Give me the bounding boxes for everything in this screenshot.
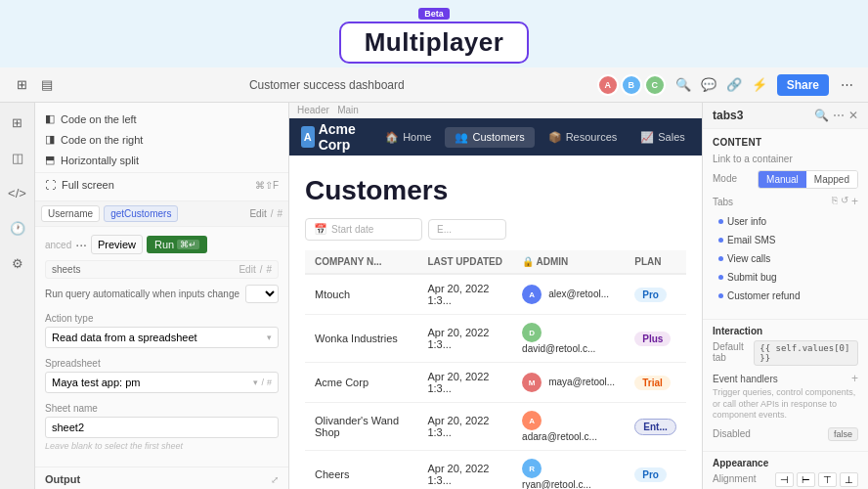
mode-manual[interactable]: Manual xyxy=(759,171,806,188)
query-section: anced ··· Preview Run ⌘↵ sheets Edit / # xyxy=(35,227,288,459)
layout-menu: ◧ Code on the left ◨ Code on the right ⬒… xyxy=(35,103,288,201)
logo-icon: A xyxy=(301,126,315,148)
user-avatars: A B C xyxy=(597,74,666,96)
customers-table-container: Company n... Last updated 🔒 Admin Plan M… xyxy=(305,250,686,489)
edit-btn[interactable]: Edit xyxy=(249,208,266,219)
code-left-item[interactable]: ◧ Code on the left xyxy=(35,109,288,129)
tab-list-item-4[interactable]: Customer refund xyxy=(713,287,858,305)
share-button[interactable]: Share xyxy=(777,74,829,96)
align-right-btn[interactable]: ⊢ xyxy=(797,472,815,487)
customer-row[interactable]: Acme Corp Apr 20, 2022 1:3... M maya@ret… xyxy=(305,363,686,403)
mode-toggle[interactable]: Manual Mapped xyxy=(758,170,858,189)
auto-run-row: Run query automatically when inputs chan… xyxy=(45,285,279,303)
sheet-name-input[interactable]: sheet2 xyxy=(45,417,279,438)
code-right-item[interactable]: ◨ Code on the right xyxy=(35,129,288,150)
align-bottom-btn[interactable]: ⊥ xyxy=(840,472,858,487)
preview-frame[interactable]: A Acme Corp 🏠 Home 👥 Customers 📦 Resourc… xyxy=(289,118,702,489)
comment-icon[interactable]: 💬 xyxy=(699,75,718,95)
dots-button[interactable]: ··· xyxy=(75,237,87,252)
app-content-toolbar: 📅 Start date E... xyxy=(305,218,686,241)
tab-list-item-3[interactable]: Submit bug xyxy=(713,268,858,287)
edit-sheet-icon[interactable]: Edit xyxy=(239,264,255,275)
align-left-btn[interactable]: ⊣ xyxy=(775,472,794,487)
sidebar-icon-query[interactable]: ◫ xyxy=(6,146,29,169)
action-type-select[interactable]: Read data from a spreadsheet ▾ xyxy=(45,327,279,348)
link-container-field: Link to a container xyxy=(713,154,858,164)
search-right-icon[interactable]: 🔍 xyxy=(814,109,829,122)
link-icon[interactable]: 🔗 xyxy=(724,75,744,95)
fullscreen-item[interactable]: ⛶ Full screen ⌘⇧F xyxy=(35,175,288,195)
sidebar-icon-settings[interactable]: ⚙ xyxy=(6,251,29,275)
customer-row[interactable]: Cheers Apr 20, 2022 1:3... R ryan@retool… xyxy=(305,451,686,490)
sheet-name-group: Sheet name sheet2 Leave blank to select … xyxy=(45,403,279,451)
interaction-section: Interaction Default tab {{ self.values[0… xyxy=(703,320,868,452)
left-toolbar-icons: ⊞ ▤ xyxy=(12,75,57,95)
left-sidebar: ⊞ ◫ </> 🕐 ⚙ xyxy=(0,103,35,489)
more-icon[interactable]: ⋯ xyxy=(837,75,856,95)
sidebar-icon-clock[interactable]: 🕐 xyxy=(6,216,29,240)
window-title: Customer success dashboard xyxy=(65,78,589,92)
lightning-icon[interactable]: ⚡ xyxy=(750,75,769,95)
nav-item-home[interactable]: 🏠 Home xyxy=(375,127,441,148)
code-right-icon: ◨ xyxy=(45,133,55,146)
spreadsheet-group: Spreadsheet Maya test app: pm ▾ / # xyxy=(45,358,279,393)
history-icon[interactable]: ▤ xyxy=(37,75,57,95)
refresh-tab-icon[interactable]: ↺ xyxy=(841,195,848,208)
filter-input[interactable]: E... xyxy=(428,219,506,240)
mode-mapped[interactable]: Mapped xyxy=(806,171,857,188)
tabs-field: Tabs ⎘ ↺ + User infoEmail SMSView callsS… xyxy=(713,195,858,305)
add-event-icon[interactable]: + xyxy=(851,372,858,385)
spreadsheet-select[interactable]: Maya test app: pm ▾ / # xyxy=(45,372,279,393)
close-right-icon[interactable]: ✕ xyxy=(848,109,858,122)
add-tab-icon[interactable]: + xyxy=(851,195,858,208)
default-tab-value: {{ self.values[0] }} xyxy=(754,340,858,366)
output-expand-icon[interactable]: ⤢ xyxy=(271,474,279,485)
auto-run-select[interactable] xyxy=(245,285,279,303)
preview-button[interactable]: Preview xyxy=(91,235,143,254)
event-handlers-item: Event handlers + xyxy=(713,370,858,387)
app-main-content: Customers 📅 Start date E... xyxy=(289,156,702,489)
grid-icon[interactable]: ⊞ xyxy=(12,75,31,95)
sidebar-icon-code[interactable]: </> xyxy=(6,181,29,204)
page-title: Customers xyxy=(305,175,686,206)
right-panel-title: tabs3 xyxy=(713,109,743,122)
content-section: Content Link to a container Mode Manual … xyxy=(703,129,868,320)
appearance-section: Appearance Alignment ⊣ ⊢ ⊤ ⊥ Hidden fals… xyxy=(703,452,868,489)
copy-tab-icon[interactable]: ⎘ xyxy=(832,195,838,208)
search-icon[interactable]: 🔍 xyxy=(673,75,693,95)
tab-actions: Edit / # xyxy=(249,208,282,219)
align-top-btn[interactable]: ⊤ xyxy=(818,472,837,487)
nav-item-sales[interactable]: 📈 Sales xyxy=(630,127,695,148)
sidebar-icon-layout[interactable]: ⊞ xyxy=(6,111,29,134)
more-right-icon[interactable]: ⋯ xyxy=(833,109,845,122)
left-panel: ◧ Code on the left ◨ Code on the right ⬒… xyxy=(35,103,289,489)
app-frame: A Acme Corp 🏠 Home 👥 Customers 📦 Resourc… xyxy=(289,118,702,489)
output-header: Output ⤢ xyxy=(45,473,279,485)
horizontal-split-icon: ⬒ xyxy=(45,154,55,166)
nav-item-customers[interactable]: 👥 Customers xyxy=(445,127,534,148)
get-customers-tab[interactable]: getCustomers xyxy=(104,205,178,222)
mode-field: Mode Manual Mapped xyxy=(713,170,858,189)
right-panel: tabs3 🔍 ⋯ ✕ Content Link to a container … xyxy=(702,103,868,489)
avatar-3: C xyxy=(644,74,666,96)
beta-badge: Beta xyxy=(418,8,450,20)
spreadsheet-edit-icon[interactable]: # xyxy=(267,378,272,387)
disabled-value: false xyxy=(828,427,858,441)
tab-list-item-2[interactable]: View calls xyxy=(713,249,858,268)
top-bar: Beta Multiplayer xyxy=(0,0,868,67)
run-button[interactable]: Run ⌘↵ xyxy=(147,236,207,253)
username-tab[interactable]: Username xyxy=(41,205,100,222)
app-branding: Beta Multiplayer xyxy=(339,8,530,64)
hash-sheet-icon[interactable]: # xyxy=(266,264,272,275)
hash-btn[interactable]: # xyxy=(277,208,282,219)
customer-row[interactable]: Wonka Industries Apr 20, 2022 1:3... D d… xyxy=(305,315,686,363)
nav-item-resources[interactable]: 📦 Resources xyxy=(539,127,628,148)
tab-list-item-1[interactable]: Email SMS xyxy=(713,231,858,249)
date-search[interactable]: 📅 Start date xyxy=(305,218,422,241)
horizontal-split-item[interactable]: ⬒ Horizontally split xyxy=(35,150,288,170)
customer-row[interactable]: Mtouch Apr 20, 2022 1:3... A alex@retool… xyxy=(305,274,686,315)
customer-row[interactable]: Olivander's Wand Shop Apr 20, 2022 1:3..… xyxy=(305,403,686,451)
tab-list-item-0[interactable]: User info xyxy=(713,212,858,231)
app-navigation: A Acme Corp 🏠 Home 👥 Customers 📦 Resourc… xyxy=(289,118,702,156)
avatar-2: B xyxy=(621,74,642,96)
